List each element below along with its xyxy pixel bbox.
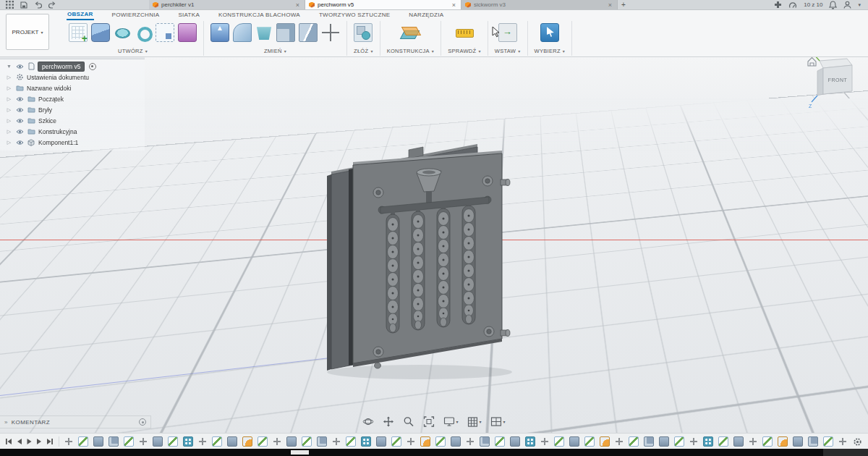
- timeline-feature-sketch[interactable]: [302, 436, 312, 447]
- timeline-feature-fillet[interactable]: [420, 436, 430, 447]
- close-tab-icon[interactable]: ×: [451, 1, 457, 9]
- fit-icon[interactable]: [422, 415, 435, 428]
- ribbon-group-label[interactable]: KONSTRUKCJA▾: [387, 48, 434, 54]
- timeline-feature-combine[interactable]: [808, 436, 818, 447]
- timeline-feature-extrude[interactable]: [510, 436, 520, 447]
- expander-icon[interactable]: ▷: [6, 129, 12, 135]
- timeline-step-back-button[interactable]: [16, 438, 22, 445]
- pan-icon[interactable]: [382, 415, 394, 428]
- browser-item[interactable]: ▷Szkice: [0, 115, 145, 126]
- timeline-feature-extrude[interactable]: [793, 436, 803, 447]
- save-icon[interactable]: [20, 1, 27, 9]
- expander-icon[interactable]: ▷: [6, 140, 12, 145]
- timeline-feature-sketch[interactable]: [823, 436, 833, 447]
- timeline-feature-sketch[interactable]: [258, 436, 268, 447]
- timeline-feature-combine[interactable]: [317, 436, 327, 447]
- press-pull-icon[interactable]: [210, 23, 229, 42]
- sweep-icon[interactable]: [135, 24, 152, 41]
- ribbon-tab-powierzchnia[interactable]: POWIERZCHNIA: [111, 10, 161, 20]
- timeline-feature-extrude[interactable]: [451, 436, 461, 447]
- ribbon-group-label[interactable]: ZMIEŃ▾: [264, 48, 286, 54]
- timeline-feature-sketch[interactable]: [495, 436, 505, 447]
- timeline-feature-fillet[interactable]: [242, 436, 252, 447]
- document-tab[interactable]: perchkiler v1×: [149, 0, 305, 9]
- ribbon-group-label[interactable]: WSTAW▾: [495, 48, 521, 54]
- close-tab-icon[interactable]: ×: [294, 1, 301, 9]
- job-status-icon[interactable]: [788, 1, 797, 9]
- undo-icon[interactable]: [34, 1, 42, 9]
- browser-item[interactable]: ▼perchworm v5: [0, 61, 145, 72]
- timeline-feature-sketch[interactable]: [78, 436, 88, 447]
- timeline-feature-move[interactable]: [466, 437, 475, 446]
- timeline-feature-combine[interactable]: [644, 436, 654, 447]
- comment-panel-bar[interactable]: » KOMENTARZ: [0, 415, 151, 428]
- timeline-feature-move[interactable]: [689, 437, 698, 446]
- timeline-feature-sketch[interactable]: [718, 436, 728, 447]
- new-component-icon[interactable]: [354, 23, 373, 42]
- timeline-feature-move[interactable]: [64, 437, 73, 446]
- timeline-feature-pattern[interactable]: [525, 436, 535, 447]
- timeline-feature-extrude[interactable]: [227, 436, 237, 447]
- eye-icon[interactable]: [15, 96, 24, 102]
- user-icon[interactable]: [843, 1, 851, 9]
- close-tab-icon[interactable]: ×: [607, 1, 613, 9]
- timeline-feature-pattern[interactable]: [183, 436, 193, 447]
- expander-icon[interactable]: ▷: [6, 85, 12, 91]
- eye-icon[interactable]: [15, 118, 24, 124]
- new-tab-button[interactable]: +: [618, 0, 629, 9]
- zoom-icon[interactable]: [402, 415, 414, 428]
- timeline-feature-sketch[interactable]: [435, 436, 446, 447]
- expander-icon[interactable]: ▷: [6, 75, 12, 80]
- timeline-feature-fillet[interactable]: [778, 436, 788, 447]
- timeline-feature-pattern[interactable]: [703, 436, 713, 447]
- construction-plane-icon[interactable]: [401, 24, 419, 41]
- eye-icon[interactable]: [15, 140, 24, 145]
- ribbon-tab-obszar[interactable]: OBSZAR: [67, 9, 94, 20]
- shell-icon[interactable]: [255, 24, 273, 41]
- revolve-icon[interactable]: [114, 24, 131, 41]
- ribbon-group-label[interactable]: WYBIERZ▾: [535, 48, 566, 54]
- browser-item[interactable]: ▷Konstrukcyjna: [0, 126, 145, 137]
- ribbon-tab-narzędzia[interactable]: NARZĘDZIA: [408, 10, 444, 20]
- timeline-play-button[interactable]: [26, 438, 33, 445]
- derive-icon[interactable]: [156, 23, 174, 42]
- insert-icon[interactable]: [498, 23, 517, 42]
- browser-item[interactable]: ▷Nazwane widoki: [0, 83, 145, 93]
- timeline-feature-move[interactable]: [332, 437, 341, 446]
- notification-icon[interactable]: [829, 1, 837, 9]
- ribbon-group-label[interactable]: UTWÓRZ▾: [118, 48, 148, 54]
- timeline-feature-move[interactable]: [407, 437, 415, 446]
- browser-item[interactable]: ▷Bryły: [0, 104, 145, 115]
- timeline-feature-sketch[interactable]: [124, 436, 134, 447]
- timeline-feature-extrude[interactable]: [376, 436, 386, 447]
- eye-icon[interactable]: [15, 107, 24, 113]
- timeline-feature-extrude[interactable]: [569, 436, 579, 447]
- view-cube[interactable]: FRONT Y Z: [804, 51, 865, 111]
- combine-icon[interactable]: [276, 23, 295, 42]
- box-icon[interactable]: [91, 23, 110, 42]
- model-3d[interactable]: [317, 139, 519, 385]
- timeline-feature-move[interactable]: [139, 437, 148, 446]
- activate-component-radio[interactable]: [89, 63, 96, 70]
- timeline-feature-move[interactable]: [540, 437, 549, 446]
- apps-grid-icon[interactable]: [6, 1, 14, 9]
- extension-icon[interactable]: [774, 1, 782, 9]
- timeline-feature-move[interactable]: [838, 437, 847, 446]
- ribbon-tab-siatka[interactable]: SIATKA: [177, 10, 200, 20]
- timeline-skip-end-button[interactable]: [46, 438, 54, 445]
- document-tab[interactable]: sickworm v3×: [461, 0, 618, 9]
- eye-icon[interactable]: [15, 64, 24, 69]
- eye-icon[interactable]: [15, 129, 24, 135]
- browser-item[interactable]: ▷Ustawienia dokumentu: [0, 72, 145, 83]
- chevron-down-icon[interactable]: ▾: [858, 1, 861, 9]
- timeline-feature-extrude[interactable]: [733, 436, 744, 447]
- browser-item[interactable]: ▷Komponent1:1: [0, 137, 145, 148]
- orbit-icon[interactable]: [362, 415, 374, 428]
- timeline-feature-sketch[interactable]: [629, 436, 639, 447]
- timeline-feature-sketch[interactable]: [391, 436, 401, 447]
- create-sketch-icon[interactable]: [69, 23, 88, 42]
- timeline-feature-combine[interactable]: [480, 436, 490, 447]
- timeline-feature-sketch[interactable]: [346, 436, 356, 447]
- pattern-icon[interactable]: [178, 23, 197, 42]
- ribbon-tab-tworzywo-sztuczne[interactable]: TWORZYWO SZTUCZNE: [318, 10, 391, 20]
